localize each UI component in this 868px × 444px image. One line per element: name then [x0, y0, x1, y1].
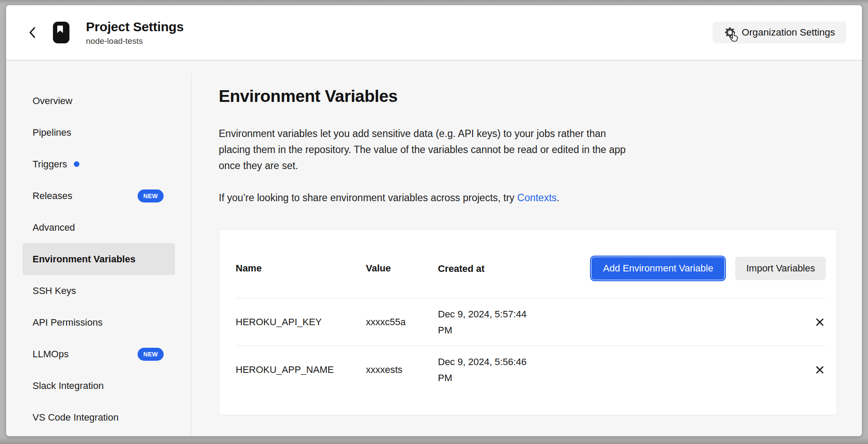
new-badge: NEW [138, 189, 164, 202]
env-var-created-at: Dec 9, 2024, 5:56:46 PM [438, 354, 536, 386]
description-contexts: If you’re looking to share environment v… [219, 190, 635, 206]
description-contexts-suffix: . [557, 192, 559, 203]
sidebar-item-ssh-keys[interactable]: SSH Keys [23, 275, 175, 307]
back-button[interactable] [25, 24, 40, 41]
sidebar-item-label: SSH Keys [33, 285, 76, 297]
sidebar-item-label: Advanced [33, 222, 75, 233]
sidebar-item-overview[interactable]: Overview [23, 85, 175, 117]
sidebar-item-label: Overview [33, 95, 72, 107]
header-titles: Project Settings node-load-tests [86, 20, 184, 46]
page-title: Project Settings [86, 20, 184, 34]
project-name: node-load-tests [86, 36, 184, 46]
description-contexts-prefix: If you’re looking to share environment v… [219, 192, 517, 203]
sidebar-item-triggers[interactable]: Triggers [23, 148, 175, 180]
import-variables-button[interactable]: Import Variables [735, 257, 826, 280]
main-content: Environment Variables Environment variab… [191, 61, 862, 436]
sidebar-item-label: Releases [33, 190, 72, 202]
sidebar-item-label: Environment Variables [33, 254, 135, 265]
delete-variable-button[interactable] [814, 364, 826, 376]
contexts-link[interactable]: Contexts [517, 192, 557, 203]
sidebar-item-label: Slack Integration [33, 380, 104, 392]
sidebar-item-label: Triggers [33, 159, 67, 170]
env-var-name: HEROKU_API_KEY [236, 317, 366, 328]
sidebar-item-label: Pipelines [33, 127, 71, 138]
sidebar-item-slack-integration[interactable]: Slack Integration [23, 370, 175, 402]
table-row: HEROKU_API_KEY xxxxc55a Dec 9, 2024, 5:5… [236, 298, 826, 346]
top-bar: Project Settings node-load-tests Organiz… [6, 5, 862, 61]
env-var-created-at: Dec 9, 2024, 5:57:44 PM [438, 306, 536, 338]
sidebar-item-llmops[interactable]: LLMOps NEW [23, 338, 175, 370]
organization-settings-label: Organization Settings [742, 27, 835, 38]
column-header-value: Value [366, 263, 438, 274]
sidebar-item-label: API Permissions [33, 317, 102, 328]
cursor-hand-icon [728, 31, 740, 43]
sidebar-item-api-permissions[interactable]: API Permissions [23, 307, 175, 338]
column-header-name: Name [236, 263, 366, 274]
sidebar-item-label: LLMOps [33, 349, 69, 360]
sidebar-item-label: VS Code Integration [33, 412, 118, 423]
add-environment-variable-button[interactable]: Add Environment Variable [591, 257, 725, 280]
sidebar-item-environment-variables[interactable]: Environment Variables [23, 243, 175, 275]
table-header-row: Name Value Created at Add Environment Va… [219, 229, 837, 298]
table-actions: Add Environment Variable Import Variable… [591, 257, 826, 280]
project-bookmark-icon [53, 22, 69, 43]
settings-nav: Overview Pipelines Triggers Releases NEW… [6, 61, 191, 436]
sidebar-item-releases[interactable]: Releases NEW [23, 180, 175, 212]
env-vars-card: Name Value Created at Add Environment Va… [219, 229, 837, 415]
env-var-value: xxxxc55a [366, 317, 438, 328]
sidebar-item-vs-code-integration[interactable]: VS Code Integration [23, 402, 175, 433]
page-heading: Environment Variables [219, 87, 862, 106]
close-icon [815, 365, 825, 375]
sidebar-item-pipelines[interactable]: Pipelines [23, 117, 175, 148]
notification-dot [74, 161, 79, 167]
table-row: HEROKU_APP_NAME xxxxests Dec 9, 2024, 5:… [236, 346, 826, 393]
sidebar-item-advanced[interactable]: Advanced [23, 212, 175, 243]
new-badge: NEW [138, 348, 164, 361]
app-window: Project Settings node-load-tests Organiz… [6, 5, 862, 436]
close-icon [815, 317, 825, 327]
body: Overview Pipelines Triggers Releases NEW… [6, 61, 862, 436]
gear-icon [724, 26, 736, 39]
organization-settings-button[interactable]: Organization Settings [713, 22, 846, 43]
description-text: Environment variables let you add sensit… [219, 126, 635, 174]
column-header-created-at: Created at [438, 261, 536, 277]
delete-variable-button[interactable] [814, 316, 826, 328]
chevron-left-icon [27, 26, 38, 39]
env-var-name: HEROKU_APP_NAME [236, 364, 366, 375]
env-var-value: xxxxests [366, 364, 438, 375]
